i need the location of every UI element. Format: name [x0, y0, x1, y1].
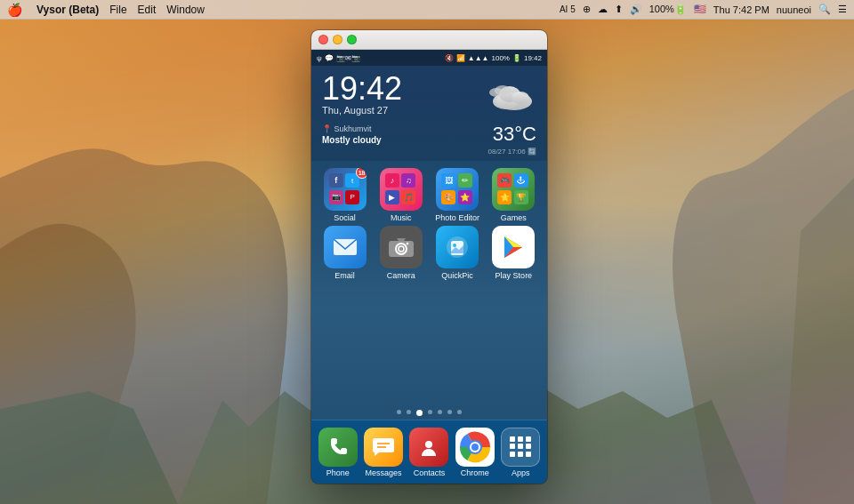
menubar-app-name[interactable]: Vysor (Beta)	[36, 4, 99, 16]
app-social[interactable]: f t 📷 P 18 Social	[320, 168, 370, 222]
photo-icon4: ⭐	[458, 190, 472, 204]
dock-phone[interactable]: Phone	[318, 428, 358, 477]
music-icon3: ▶	[385, 190, 399, 204]
android-dock: Phone Messages	[311, 420, 547, 484]
menubar-battery: 100%🔋	[649, 4, 687, 15]
menubar-window[interactable]: Window	[166, 4, 205, 16]
social-badge: 18	[356, 168, 367, 179]
app-row-2: Email Camera	[317, 226, 542, 280]
svg-point-21	[425, 441, 432, 448]
camera-icon	[388, 236, 415, 258]
social-fb-icon: f	[329, 173, 343, 188]
game-icon2: 🕹	[514, 173, 528, 188]
weather-meta: 08/27 17:06 🔄	[322, 148, 536, 156]
svg-point-6	[495, 85, 511, 96]
page-indicators	[311, 406, 547, 420]
menubar-icon2: ☁	[598, 4, 608, 15]
page-dot-4[interactable]	[428, 410, 432, 414]
android-statusbar: ψ 💬 📷✉📷 🔇 📶 ▲▲▲ 100% 🔋 19:42	[311, 50, 547, 66]
dock-chrome[interactable]: Chrome	[455, 428, 495, 477]
page-dot-7[interactable]	[457, 410, 462, 414]
statusbar-psi: ψ	[317, 54, 322, 62]
dock-phone-label: Phone	[326, 468, 350, 477]
window-maximize-button[interactable]	[347, 35, 357, 44]
svg-point-14	[453, 244, 456, 247]
menubar-edit[interactable]: Edit	[138, 4, 157, 16]
email-label: Email	[334, 271, 355, 280]
quickpic-label: QuickPic	[441, 271, 473, 280]
menubar-list-icon[interactable]: ☰	[838, 4, 847, 15]
statusbar-right: 🔇 📶 ▲▲▲ 100% 🔋 19:42	[445, 54, 542, 62]
page-dot-5[interactable]	[438, 410, 442, 414]
weather-bottom: 📍 Sukhumvit Mostly cloudy 33°C	[322, 123, 536, 146]
app-grid: f t 📷 P 18 Social ♪ ♫	[311, 161, 547, 406]
app-music[interactable]: ♪ ♫ ▶ 🎵 Music	[376, 168, 426, 222]
window-titlebar	[311, 30, 547, 50]
statusbar-messenger-icon: 💬	[325, 54, 334, 62]
page-dot-2[interactable]	[407, 410, 411, 414]
dock-contacts[interactable]: Contacts	[409, 428, 448, 477]
menubar-icon1: ⊕	[583, 4, 591, 15]
weather-cloud-icon	[483, 76, 536, 116]
email-icon	[333, 238, 358, 256]
phone-icon	[327, 436, 349, 458]
phone-window: ψ 💬 📷✉📷 🔇 📶 ▲▲▲ 100% 🔋 19:42 19:42 Thu, …	[311, 30, 547, 484]
weather-location: 📍 Sukhumvit	[322, 124, 382, 133]
weather-widget: 19:42 Thu, August 27	[311, 66, 547, 161]
photo-editor-label: Photo Editor	[435, 213, 479, 222]
page-dot-6[interactable]	[447, 410, 452, 414]
messages-icon	[372, 436, 395, 458]
window-minimize-button[interactable]	[333, 35, 342, 44]
statusbar-icons: 📷✉📷	[336, 54, 360, 62]
statusbar-mute-icon: 🔇	[445, 54, 454, 62]
music-icon1: ♪	[385, 173, 399, 188]
page-dot-1[interactable]	[397, 410, 401, 414]
weather-temp: 33°C	[493, 123, 536, 146]
weather-time: 19:42	[322, 73, 402, 105]
dock-messages-label: Messages	[366, 468, 402, 477]
social-pi-icon: P	[345, 190, 359, 204]
apple-menu[interactable]: 🍎	[7, 3, 22, 17]
menubar-left: 🍎 Vysor (Beta) File Edit Window	[7, 3, 560, 17]
svg-point-4	[512, 92, 529, 104]
dock-messages[interactable]: Messages	[364, 428, 403, 477]
app-photo-editor[interactable]: 🖼 ✏ 🎨 ⭐ Photo Editor	[432, 168, 482, 222]
app-email[interactable]: Email	[320, 226, 370, 280]
menubar-user: nuuneoi	[777, 4, 811, 15]
window-controls	[318, 35, 357, 44]
game-icon3: ⭐	[497, 190, 512, 204]
dock-apps[interactable]: Apps	[501, 428, 540, 477]
play-store-label: Play Store	[495, 271, 533, 280]
window-close-button[interactable]	[318, 35, 328, 44]
app-quickpic[interactable]: QuickPic	[432, 226, 482, 280]
game-icon1: 🎮	[497, 173, 512, 188]
dock-apps-label: Apps	[512, 468, 530, 477]
dock-contacts-label: Contacts	[414, 468, 446, 477]
statusbar-left: ψ 💬 📷✉📷	[317, 54, 360, 62]
menubar-file[interactable]: File	[109, 4, 126, 16]
menubar-search-icon[interactable]: 🔍	[818, 4, 831, 15]
svg-point-12	[406, 243, 408, 245]
page-dot-3[interactable]	[416, 410, 423, 416]
weather-condition: Mostly cloudy	[322, 135, 382, 145]
statusbar-signal-icon: ▲▲▲	[468, 54, 489, 62]
social-ig-icon: 📷	[329, 190, 343, 204]
menubar-right: AI 5 ⊕ ☁ ⬆ 🔊 100%🔋 🇺🇸 Thu 7:42 PM nuuneo…	[560, 4, 847, 15]
app-games[interactable]: 🎮 🕹 ⭐ 🏆 Games	[488, 168, 538, 222]
camera-label: Camera	[387, 271, 415, 280]
app-play-store[interactable]: Play Store	[488, 226, 538, 280]
menubar: 🍎 Vysor (Beta) File Edit Window AI 5 ⊕ ☁…	[0, 0, 854, 20]
quickpic-icon	[444, 234, 471, 260]
statusbar-wifi-icon: 📶	[456, 54, 465, 62]
app-row-1: f t 📷 P 18 Social ♪ ♫	[317, 168, 542, 222]
music-icon4: 🎵	[401, 190, 415, 204]
photo-icon3: 🎨	[441, 190, 455, 204]
dock-chrome-label: Chrome	[461, 468, 489, 477]
music-icon2: ♫	[401, 173, 415, 188]
music-label: Music	[391, 213, 412, 222]
menubar-icon3: ⬆	[615, 4, 623, 15]
app-camera[interactable]: Camera	[376, 226, 426, 280]
play-store-icon	[499, 233, 528, 261]
social-label: Social	[334, 213, 356, 222]
svg-point-25	[471, 444, 479, 451]
